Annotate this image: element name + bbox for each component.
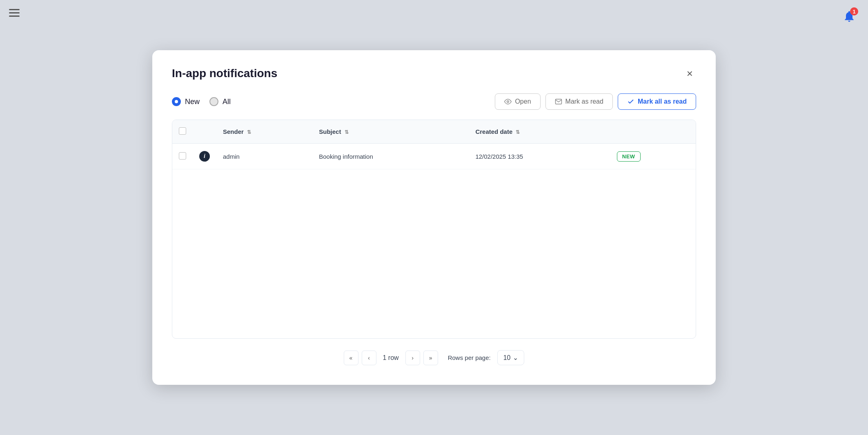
header-checkbox[interactable]	[179, 127, 186, 135]
pagination: « ‹ 1 row › » Rows per page: 10 ⌄	[172, 350, 696, 365]
modal-header: In-app notifications ×	[172, 67, 696, 80]
radio-new-circle	[172, 97, 181, 106]
first-page-button[interactable]: «	[344, 351, 358, 365]
bell-badge: 1	[850, 7, 858, 16]
rows-select-chevron-icon: ⌄	[513, 354, 518, 362]
th-checkbox	[172, 120, 193, 144]
open-label: Open	[515, 98, 531, 105]
modal-title: In-app notifications	[172, 67, 277, 80]
rows-per-page-select[interactable]: 10 ⌄	[497, 350, 525, 365]
prev-page-button[interactable]: ‹	[362, 351, 376, 365]
filter-row: New All Open Mark as read	[172, 93, 696, 110]
info-icon: i	[199, 151, 210, 162]
new-badge: NEW	[617, 151, 641, 162]
radio-all-label: All	[223, 98, 231, 106]
last-page-button[interactable]: »	[423, 351, 438, 365]
bell-button[interactable]: 1	[840, 7, 858, 25]
th-sender[interactable]: Sender ⇅	[216, 120, 312, 144]
open-button[interactable]: Open	[495, 93, 540, 110]
close-button[interactable]: ×	[683, 67, 696, 80]
modal-container: In-app notifications × New All Open	[152, 50, 716, 385]
table-row[interactable]: i admin Booking information 12/02/2025 1…	[172, 144, 696, 169]
row-subject: Booking information	[312, 144, 469, 169]
row-badge-cell: NEW	[610, 144, 696, 169]
row-count: 1 row	[380, 354, 402, 362]
row-type-cell: i	[193, 144, 216, 169]
th-type	[193, 120, 216, 144]
checkmark-icon	[627, 98, 634, 105]
action-buttons: Open Mark as read Mark all as read	[495, 93, 696, 110]
svg-point-0	[507, 101, 509, 103]
row-date: 12/02/2025 13:35	[469, 144, 610, 169]
next-page-button[interactable]: ›	[405, 351, 420, 365]
row-checkbox[interactable]	[179, 152, 186, 160]
date-sort-icon: ⇅	[516, 129, 520, 135]
subject-sort-icon: ⇅	[345, 129, 349, 135]
table-header-row: Sender ⇅ Subject ⇅ Created date ⇅	[172, 120, 696, 144]
mark-all-as-read-label: Mark all as read	[638, 98, 687, 105]
row-checkbox-cell	[172, 144, 193, 169]
radio-new-label: New	[185, 98, 200, 106]
hamburger-menu[interactable]	[9, 9, 20, 17]
rows-per-page-value: 10	[503, 354, 511, 362]
radio-group: New All	[172, 97, 483, 106]
radio-new[interactable]: New	[172, 97, 200, 106]
mark-all-as-read-button[interactable]: Mark all as read	[618, 93, 696, 110]
radio-all[interactable]: All	[209, 97, 231, 106]
rows-per-page-label: Rows per page:	[448, 354, 491, 361]
radio-all-circle	[209, 97, 218, 106]
mark-read-icon	[555, 98, 562, 105]
row-sender: admin	[216, 144, 312, 169]
eye-icon	[504, 98, 512, 105]
mark-as-read-label: Mark as read	[565, 98, 603, 105]
mark-as-read-button[interactable]: Mark as read	[545, 93, 613, 110]
sender-sort-icon: ⇅	[247, 129, 251, 135]
th-badge	[610, 120, 696, 144]
th-subject[interactable]: Subject ⇅	[312, 120, 469, 144]
notifications-table: Sender ⇅ Subject ⇅ Created date ⇅	[172, 120, 696, 339]
th-created-date[interactable]: Created date ⇅	[469, 120, 610, 144]
